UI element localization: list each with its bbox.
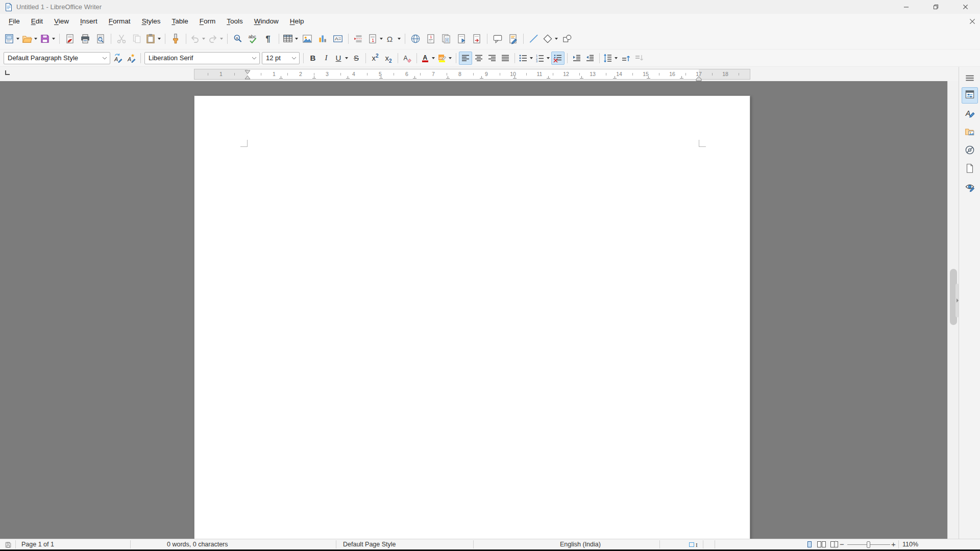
new-style-button[interactable]: A xyxy=(125,52,138,65)
document-page[interactable] xyxy=(194,95,750,539)
insert-hyperlink-button[interactable] xyxy=(408,31,423,46)
insert-cross-reference-button[interactable] xyxy=(469,31,484,46)
bold-button[interactable]: B xyxy=(306,52,320,65)
underline-button[interactable]: U xyxy=(333,52,350,65)
redo-dropdown-icon[interactable] xyxy=(218,32,224,46)
insert-page-break-button[interactable] xyxy=(351,31,366,46)
decrease-paragraph-spacing-button[interactable] xyxy=(632,52,646,65)
page-count-label[interactable]: Page 1 of 1 xyxy=(21,541,54,548)
align-center-button[interactable] xyxy=(472,52,485,65)
copy-button[interactable] xyxy=(129,31,144,46)
tab-stop-selector-icon[interactable] xyxy=(5,70,10,75)
zoom-level-label[interactable]: 110% xyxy=(902,541,918,548)
show-draw-functions-button[interactable] xyxy=(559,31,575,46)
find-and-replace-button[interactable]: a xyxy=(230,31,246,46)
increase-indent-button[interactable] xyxy=(570,52,583,65)
sidebar-page-button[interactable] xyxy=(962,161,978,178)
insert-field-button[interactable]: 1 xyxy=(366,31,384,46)
sidebar-accessibility-check-button[interactable] xyxy=(962,180,978,196)
font-color-dropdown-icon[interactable] xyxy=(430,52,436,64)
menu-help[interactable]: Help xyxy=(284,14,310,29)
align-left-button[interactable] xyxy=(459,52,472,65)
selection-mode-icon[interactable]: I xyxy=(689,541,700,548)
save-button[interactable] xyxy=(39,31,57,46)
close-button[interactable] xyxy=(950,0,980,14)
page-style-label[interactable]: Default Page Style xyxy=(343,541,396,548)
left-indent-marker[interactable] xyxy=(244,70,251,82)
highlight-color-button[interactable]: ab xyxy=(436,52,453,65)
language-label[interactable]: English (India) xyxy=(560,541,601,548)
book-view-button[interactable] xyxy=(829,541,839,550)
font-name-combobox[interactable]: Liberation Serif xyxy=(144,52,260,64)
font-color-button[interactable]: A xyxy=(420,52,436,65)
subscript-button[interactable]: x2 xyxy=(382,52,395,65)
menu-tools[interactable]: Tools xyxy=(221,14,249,29)
menu-edit[interactable]: Edit xyxy=(26,14,48,29)
insert-field-dropdown-icon[interactable] xyxy=(378,32,384,46)
paste-button[interactable] xyxy=(144,31,162,46)
unordered-list-dropdown-icon[interactable] xyxy=(528,52,534,64)
menu-styles[interactable]: Styles xyxy=(136,14,166,29)
undo-button[interactable] xyxy=(189,31,207,46)
ordered-list-button[interactable]: 123 xyxy=(534,52,551,65)
open-button[interactable] xyxy=(21,31,39,46)
sidebar-sidebar-settings-button[interactable] xyxy=(962,71,978,87)
insert-bookmark-button[interactable] xyxy=(454,31,469,46)
redo-button[interactable] xyxy=(207,31,225,46)
zoom-out-button[interactable]: − xyxy=(840,540,844,548)
menu-file[interactable]: File xyxy=(3,14,26,29)
font-name-dropdown-icon[interactable] xyxy=(249,53,259,64)
cut-button[interactable] xyxy=(114,31,129,46)
spelling-button[interactable]: abc xyxy=(246,31,261,46)
font-size-dropdown-icon[interactable] xyxy=(289,53,299,64)
basic-shapes-dropdown-icon[interactable] xyxy=(553,32,559,46)
update-style-button[interactable]: A xyxy=(111,52,125,65)
line-spacing-dropdown-icon[interactable] xyxy=(613,52,619,64)
menu-form[interactable]: Form xyxy=(194,14,222,29)
multi-page-view-button[interactable] xyxy=(817,541,826,550)
italic-button[interactable]: I xyxy=(320,52,333,65)
insert-comment-button[interactable] xyxy=(490,31,505,46)
sidebar-styles-button[interactable]: A xyxy=(962,106,978,122)
save-dropdown-icon[interactable] xyxy=(51,32,56,46)
new-document-button[interactable] xyxy=(3,31,21,46)
insert-line-button[interactable] xyxy=(526,31,542,46)
no-list-button[interactable] xyxy=(551,52,565,65)
restore-button[interactable] xyxy=(921,0,950,14)
print-button[interactable] xyxy=(78,31,93,46)
underline-dropdown-icon[interactable] xyxy=(344,52,349,64)
menu-view[interactable]: View xyxy=(48,14,75,29)
paste-dropdown-icon[interactable] xyxy=(156,32,162,46)
horizontal-ruler[interactable]: 1123456789101112131415161718 xyxy=(194,69,750,80)
undo-dropdown-icon[interactable] xyxy=(201,32,206,46)
paragraph-style-dropdown-icon[interactable] xyxy=(100,53,110,64)
print-preview-button[interactable] xyxy=(93,31,108,46)
increase-paragraph-spacing-button[interactable] xyxy=(619,52,632,65)
word-count-label[interactable]: 0 words, 0 characters xyxy=(167,541,228,548)
unordered-list-button[interactable] xyxy=(518,52,534,65)
basic-shapes-button[interactable] xyxy=(542,31,559,46)
menu-table[interactable]: Table xyxy=(166,14,193,29)
sidebar-properties-button[interactable] xyxy=(962,87,978,104)
save-status-icon[interactable] xyxy=(5,541,12,548)
new-document-dropdown-icon[interactable] xyxy=(15,32,20,46)
font-size-combobox[interactable]: 12 pt xyxy=(262,52,300,64)
menu-insert[interactable]: Insert xyxy=(75,14,103,29)
strikethrough-button[interactable]: S xyxy=(350,52,363,65)
justified-button[interactable] xyxy=(499,52,512,65)
sidebar-navigator-button[interactable] xyxy=(962,143,978,159)
insert-special-character-button[interactable]: Ω xyxy=(384,31,402,46)
ordered-list-dropdown-icon[interactable] xyxy=(545,52,551,64)
insert-table-dropdown-icon[interactable] xyxy=(293,32,299,46)
superscript-button[interactable]: x2 xyxy=(369,52,382,65)
open-dropdown-icon[interactable] xyxy=(33,32,38,46)
track-changes-button[interactable] xyxy=(505,31,521,46)
sidebar-gallery-button[interactable] xyxy=(962,124,978,141)
menu-window[interactable]: Window xyxy=(249,14,284,29)
paragraph-style-combobox[interactable]: Default Paragraph Style xyxy=(4,52,110,64)
line-spacing-button[interactable] xyxy=(602,52,619,65)
insert-image-button[interactable] xyxy=(300,31,315,46)
align-right-button[interactable] xyxy=(485,52,499,65)
insert-chart-button[interactable] xyxy=(315,31,330,46)
insert-special-character-dropdown-icon[interactable] xyxy=(396,32,402,46)
